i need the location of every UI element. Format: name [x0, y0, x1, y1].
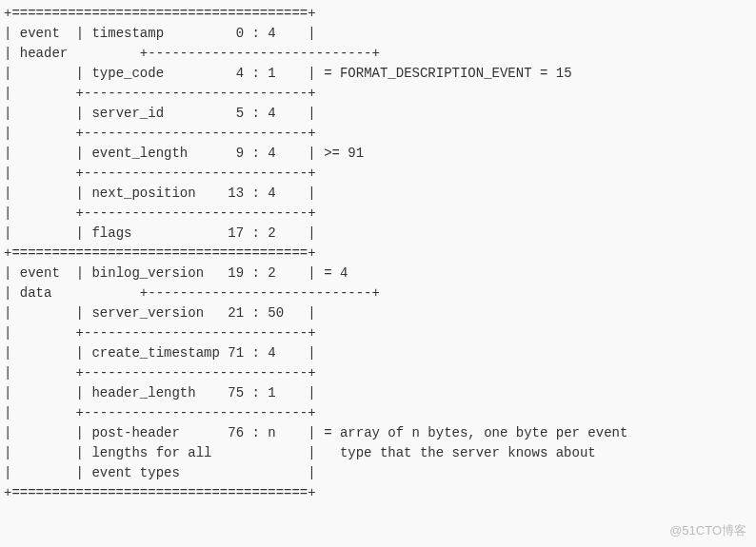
field-offset: 76	[228, 425, 244, 440]
field-offset: 19	[228, 265, 244, 281]
field-offset: 5	[236, 106, 244, 121]
field-name: event_length	[91, 146, 188, 161]
field-offset: 71	[228, 345, 244, 361]
group-label: header	[20, 46, 68, 61]
field-offset: 4	[236, 66, 244, 81]
field-name: binlog_version	[91, 265, 204, 281]
field-length: 4	[268, 186, 275, 201]
border-double: +=====================================+	[4, 6, 316, 21]
field-offset: 13	[228, 186, 244, 201]
field-name: server_version	[91, 305, 204, 321]
field-name: lengths for all	[91, 445, 211, 460]
field-length: 2	[268, 225, 275, 241]
group-label: event	[20, 26, 60, 41]
field-length: 4	[268, 26, 275, 41]
field-length: n	[268, 425, 275, 440]
row-separator: +----------------------------+	[11, 166, 315, 181]
field-offset: 9	[236, 146, 244, 161]
field-offset: 0	[236, 26, 244, 41]
border-double: +=====================================+	[4, 485, 316, 500]
field-name: server_id	[91, 106, 164, 121]
field-length: 1	[268, 385, 275, 400]
field-offset: 75	[228, 385, 244, 400]
field-note: >= 91	[324, 146, 364, 161]
field-length: 2	[268, 265, 275, 281]
field-offset: 21	[228, 305, 244, 321]
field-name: next_position	[91, 186, 195, 201]
field-offset: 17	[228, 225, 244, 241]
row-separator: +----------------------------+	[11, 86, 315, 101]
field-name: type_code	[91, 66, 164, 81]
group-label: event	[20, 265, 60, 281]
row-separator: +----------------------------+	[76, 46, 380, 61]
border-double: +=====================================+	[4, 245, 316, 261]
row-separator: +----------------------------+	[11, 325, 315, 341]
field-length: 4	[268, 345, 275, 361]
binlog-format-description-event-diagram: +=====================================+ …	[0, 0, 756, 507]
field-name: flags	[91, 225, 131, 241]
field-length: 1	[268, 66, 275, 81]
field-name: post-header	[91, 425, 179, 440]
field-note: = array of n bytes, one byte per event	[324, 425, 627, 440]
field-length: 4	[268, 146, 275, 161]
field-note: = 4	[324, 265, 348, 281]
group-label: data	[20, 285, 52, 301]
row-separator: +----------------------------+	[11, 126, 315, 141]
row-separator: +----------------------------+	[11, 365, 315, 381]
field-name: create_timestamp	[91, 345, 219, 361]
field-note: type that the server knows about	[324, 445, 596, 460]
field-name: timestamp	[91, 26, 164, 41]
field-note: = FORMAT_DESCRIPTION_EVENT = 15	[324, 66, 571, 81]
field-length: 4	[268, 106, 275, 121]
row-separator: +----------------------------+	[11, 205, 315, 221]
field-name: event types	[91, 465, 179, 480]
row-separator: +----------------------------+	[11, 405, 315, 420]
field-length: 50	[268, 305, 284, 321]
row-separator: +----------------------------+	[76, 285, 380, 301]
field-name: header_length	[91, 385, 195, 400]
